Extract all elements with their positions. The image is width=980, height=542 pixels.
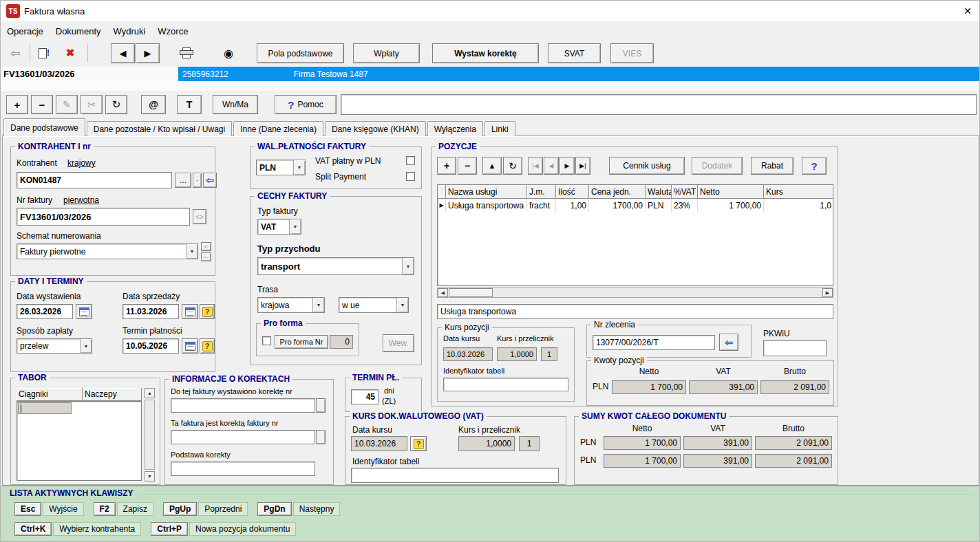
pozycje-refresh-icon[interactable]: ↻ [503,157,522,175]
text-format-icon[interactable]: T [177,95,202,114]
schemat-dash-button[interactable]: — [201,252,211,261]
schemat-left-button[interactable]: < [201,242,211,251]
menu-operacje[interactable]: Operacje [1,23,50,39]
termin-help-button[interactable]: ? [200,338,215,354]
remove-icon[interactable]: − [31,95,53,114]
kurs-pozycji-id-field[interactable] [443,378,568,391]
invoice-number-field[interactable]: FV13601/03/2026 [17,208,190,226]
pozycje-remove-icon[interactable]: − [458,157,477,175]
kurs-dok-help-button[interactable]: ? [410,436,427,451]
typ-przychodu-select[interactable]: transport ▼ [257,257,414,275]
nr-zlecenia-goto-button[interactable]: ⇦ [719,334,738,351]
trasa-select[interactable]: krajowa ▼ [257,297,325,313]
typ-faktury-select[interactable]: VAT ▼ [257,219,301,235]
split-payment-checkbox[interactable] [406,172,415,181]
kurs-dok-id-field[interactable] [351,468,559,483]
chevron-down-icon[interactable]: ▼ [186,244,198,259]
trasa-ue-select[interactable]: w ue ▼ [339,297,409,313]
data-sprzedazy-field[interactable]: 11.03.2026 [122,304,179,319]
wystaw-korekte-button[interactable]: Wystaw korektę [432,43,539,63]
svat-button[interactable]: SVAT [548,43,601,63]
pomoc-button[interactable]: ? Pomoc [275,95,337,114]
pozycje-hscrollbar[interactable]: ◀ ▶ [437,288,833,298]
next-record-button[interactable]: ▶ [136,43,160,63]
data-wystawienia-calendar-button[interactable] [76,304,92,319]
kontrahent-type-link[interactable]: krajowy [67,158,96,168]
data-sprzedazy-help-button[interactable]: ? [200,304,215,319]
wplaty-button[interactable]: Wpłaty [353,43,420,63]
schemat-select[interactable]: Faktury pierwotne ▼ [17,243,198,259]
proforma-nr-field[interactable]: 0 [330,335,353,349]
pozycje-help-button[interactable]: ? [802,157,827,175]
chevron-down-icon[interactable]: ▼ [80,339,92,353]
korekta-jest-field[interactable] [171,430,315,444]
pozycje-add-icon[interactable]: + [437,157,456,175]
pozycje-up-icon[interactable]: ▲ [482,157,502,175]
invoice-number-expand-button[interactable]: <> [193,209,206,224]
menu-dokumenty[interactable]: Dokumenty [50,23,107,39]
termin-pl-days-field[interactable]: 45 [351,389,379,404]
menu-wydruki[interactable]: Wydruki [107,23,152,39]
tab-linki[interactable]: Linki [484,121,515,136]
toolbar-text-field[interactable] [341,94,977,115]
chevron-down-icon[interactable]: ▼ [293,160,305,175]
termin-platnosci-field[interactable]: 10.05.2026 [122,338,179,354]
termin-calendar-button[interactable] [182,338,198,354]
pozycje-nav-last-icon[interactable]: ▶| [575,157,590,175]
kontrahent-code-field[interactable]: KON01487 [17,172,172,188]
kontrahent-browse-button[interactable]: ... [175,173,191,188]
pozycja-nazwa-field[interactable]: Usługa transportowa [437,304,833,319]
korekta-wystawiono-button[interactable] [316,398,326,413]
currency-select[interactable]: PLN ▼ [256,160,306,175]
tabor-scroll-up-icon[interactable]: ▲ [145,388,155,398]
data-wystawienia-field[interactable]: 26.03.2026 [17,304,73,319]
tab-wylaczenia[interactable]: Wyłączenia [427,121,483,136]
kontrahent-goto-button[interactable]: ⇦ [203,173,217,188]
scroll-thumb[interactable] [449,288,493,297]
podstawa-korekty-field[interactable] [171,462,315,476]
pierwotna-link[interactable]: pierwotna [63,195,99,205]
chevron-down-icon[interactable]: ▼ [396,298,408,312]
tabor-edit-cell[interactable] [18,402,72,414]
back-icon[interactable]: ⇦ [5,43,25,63]
nr-zlecenia-field[interactable]: 13077/00/2026/T [593,335,715,350]
refresh-icon[interactable]: ↻ [105,95,127,114]
record-icon[interactable]: ◉ [217,43,240,63]
pola-podstawowe-button[interactable]: Pola podstawowe [257,43,344,63]
tabor-scrollbar[interactable] [145,400,155,470]
prev-record-button[interactable]: ◀ [111,43,135,63]
vat-platny-checkbox[interactable] [406,156,415,165]
proforma-checkbox[interactable] [262,336,271,345]
pozycje-table[interactable]: Nazwa usługi J.m. Ilość Cena jedn. Walut… [437,184,833,286]
vies-button: VIES [610,43,654,63]
cennik-uslug-button[interactable]: Cennik usług [609,157,685,175]
chevron-down-icon[interactable]: ▼ [289,219,301,234]
pkwiu-field[interactable] [763,340,827,356]
wn-ma-button[interactable]: Wn/Ma [213,95,258,114]
tab-inne[interactable]: Inne (Dane zlecenia) [233,121,323,136]
document-icon[interactable]: @! [34,43,54,63]
tab-dane-podstawowe[interactable]: Dane podstawowe [3,118,85,136]
add-icon[interactable]: + [6,95,28,114]
kontrahent-clear-button[interactable]: - [193,173,202,188]
tab-dane-pozostale[interactable]: Dane pozostałe / Kto wpisał / Uwagi [87,121,232,136]
print-icon[interactable] [174,43,199,63]
tabor-scroll-down-icon[interactable]: ▼ [145,471,155,481]
email-icon[interactable]: @ [141,95,166,114]
rabat-button[interactable]: Rabat [751,157,793,175]
delete-icon[interactable]: ✖ [60,43,81,63]
korekta-jest-button[interactable] [316,430,326,444]
table-row[interactable]: ▶ Usługa transportowa fracht 1,00 1700,0… [438,199,833,212]
pozycje-nav-next-icon[interactable]: ▶ [560,157,575,175]
menu-wzorce[interactable]: Wzorce [151,23,194,39]
close-icon[interactable]: ✕ [959,3,977,19]
chevron-down-icon[interactable]: ▼ [312,298,324,312]
scroll-right-icon[interactable]: ▶ [822,288,833,297]
korekta-wystawiono-field[interactable] [171,398,315,413]
data-sprzedazy-calendar-button[interactable] [182,304,198,319]
sposob-zaplaty-select[interactable]: przelew ▼ [17,338,92,354]
chevron-down-icon[interactable]: ▼ [402,258,414,274]
tabor-table-body[interactable] [17,401,142,481]
scroll-left-icon[interactable]: ◀ [438,288,448,297]
tab-dane-ksiegowe[interactable]: Dane księgowe (KHAN) [325,121,426,136]
